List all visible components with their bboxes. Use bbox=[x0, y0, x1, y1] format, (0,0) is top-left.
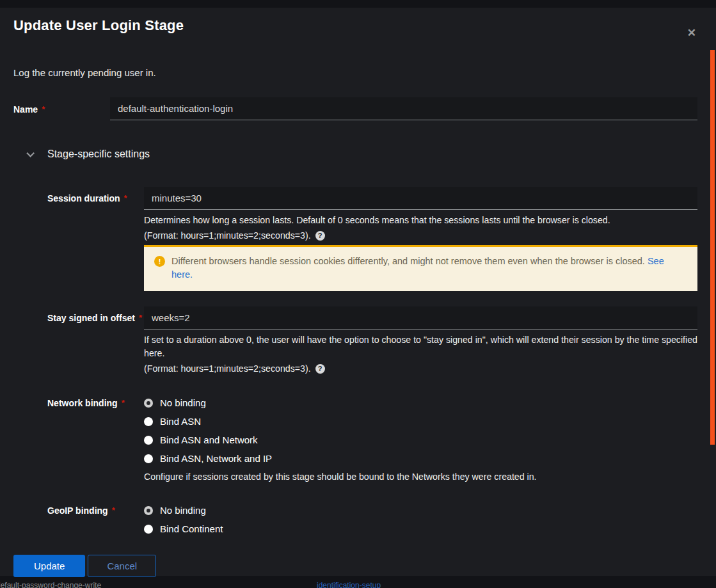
session-duration-row: Session duration* Determines how long a … bbox=[47, 187, 697, 291]
name-field-row: Name* bbox=[13, 97, 697, 120]
radio-option-no-binding[interactable]: No binding bbox=[144, 396, 697, 409]
name-input[interactable] bbox=[110, 97, 697, 120]
geoip-binding-label: GeoIP binding* bbox=[47, 504, 144, 516]
geoip-binding-row: GeoIP binding* No binding Bind Continent bbox=[47, 504, 697, 541]
modal-footer: Update Cancel bbox=[13, 555, 697, 577]
update-button[interactable]: Update bbox=[13, 555, 85, 577]
help-icon[interactable]: ? bbox=[315, 364, 325, 374]
radio-option-bind-asn[interactable]: Bind ASN bbox=[144, 415, 697, 428]
stage-specific-settings-header[interactable]: Stage-specific settings bbox=[13, 148, 697, 160]
session-duration-help: Determines how long a session lasts. Def… bbox=[144, 214, 697, 227]
required-marker: * bbox=[42, 104, 45, 114]
radio-option-bind-asn-network[interactable]: Bind ASN and Network bbox=[144, 433, 697, 447]
help-icon[interactable]: ? bbox=[315, 231, 325, 241]
background-table-link: identification-setup bbox=[317, 581, 381, 588]
required-marker: * bbox=[139, 313, 142, 322]
modal-description: Log the currently pending user in. bbox=[13, 67, 697, 79]
session-duration-format-help: (Format: hours=1;minutes=2;seconds=3). ? bbox=[144, 229, 697, 242]
update-user-login-stage-modal: Update User Login Stage ✕ Log the curren… bbox=[0, 8, 716, 576]
radio-icon[interactable] bbox=[144, 436, 153, 445]
background-table-text: default-password-change-write bbox=[0, 581, 101, 588]
radio-icon[interactable] bbox=[144, 525, 153, 534]
radio-icon[interactable] bbox=[144, 417, 153, 426]
required-marker: * bbox=[124, 193, 127, 203]
close-icon[interactable]: ✕ bbox=[687, 28, 696, 38]
stay-signed-in-offset-row: Stay signed in offset* If set to a durat… bbox=[47, 306, 697, 376]
radio-checked-icon[interactable] bbox=[144, 399, 153, 408]
network-binding-help: Configure if sessions created by this st… bbox=[144, 470, 697, 484]
session-duration-input[interactable] bbox=[144, 187, 697, 210]
network-binding-row: Network binding* No binding Bind ASN Bin… bbox=[47, 396, 697, 484]
modal-title: Update User Login Stage bbox=[13, 17, 697, 34]
warning-alert: ! Different browsers handle session cook… bbox=[144, 245, 697, 291]
radio-option-bind-continent[interactable]: Bind Continent bbox=[144, 522, 697, 536]
name-label: Name* bbox=[13, 104, 110, 115]
radio-option-bind-asn-network-ip[interactable]: Bind ASN, Network and IP bbox=[144, 452, 697, 465]
radio-option-no-binding[interactable]: No binding bbox=[144, 504, 697, 517]
chevron-down-icon[interactable] bbox=[26, 149, 35, 157]
stay-signed-in-offset-help: If set to a duration above 0, the user w… bbox=[144, 333, 697, 360]
section-title[interactable]: Stage-specific settings bbox=[47, 148, 150, 160]
scrollbar-thumb[interactable] bbox=[710, 50, 715, 445]
radio-icon[interactable] bbox=[144, 454, 153, 463]
stage-specific-settings-body: Session duration* Determines how long a … bbox=[47, 187, 697, 541]
stay-signed-in-offset-format-help: (Format: hours=1;minutes=2;seconds=3). ? bbox=[144, 362, 697, 376]
session-duration-label: Session duration* bbox=[47, 187, 144, 203]
required-marker: * bbox=[122, 398, 125, 408]
required-marker: * bbox=[112, 505, 115, 515]
stay-signed-in-offset-label: Stay signed in offset* bbox=[47, 306, 144, 323]
stay-signed-in-offset-input[interactable] bbox=[144, 306, 697, 330]
network-binding-label: Network binding* bbox=[47, 396, 144, 408]
cancel-button[interactable]: Cancel bbox=[88, 555, 156, 577]
modal-header: Update User Login Stage ✕ bbox=[13, 17, 697, 34]
warning-icon: ! bbox=[154, 256, 165, 267]
stage-form: Name* Stage-specific settings Session du… bbox=[13, 97, 697, 577]
warning-text: Different browsers handle session cookie… bbox=[171, 255, 687, 282]
radio-checked-icon[interactable] bbox=[144, 506, 153, 515]
